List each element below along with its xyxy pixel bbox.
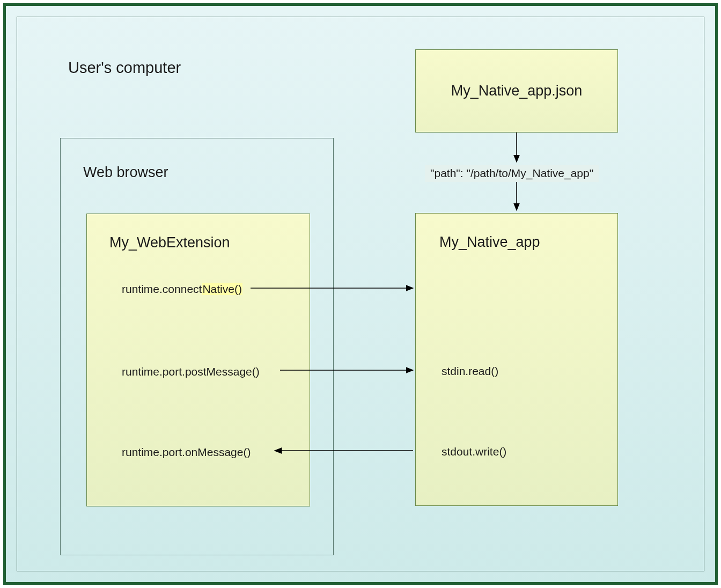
native-manifest-title: My_Native_app.json bbox=[451, 83, 583, 99]
users-computer-label: User's computer bbox=[68, 59, 181, 77]
api-post-message: runtime.port.postMessage() bbox=[122, 365, 260, 378]
native-manifest-box: My_Native_app.json bbox=[415, 49, 618, 133]
web-extension-title: My_WebExtension bbox=[109, 234, 230, 251]
api-on-message: runtime.port.onMessage() bbox=[122, 446, 251, 459]
api-connect-highlight: Native() bbox=[202, 283, 242, 295]
web-browser-box: Web browser My_WebExtension runtime.conn… bbox=[60, 138, 334, 555]
native-stdout-write: stdout.write() bbox=[442, 445, 506, 458]
users-computer-box: User's computer Web browser My_WebExtens… bbox=[17, 17, 704, 571]
web-extension-box: My_WebExtension runtime.connectNative() … bbox=[86, 214, 310, 506]
diagram-frame: User's computer Web browser My_WebExtens… bbox=[3, 3, 718, 585]
native-app-title: My_Native_app bbox=[439, 234, 540, 251]
manifest-path-entry: "path": "/path/to/My_Native_app" bbox=[425, 165, 599, 182]
native-stdin-read: stdin.read() bbox=[442, 365, 498, 378]
api-connect-native: runtime.connectNative() bbox=[122, 283, 242, 296]
web-browser-label: Web browser bbox=[83, 164, 168, 181]
native-app-box: My_Native_app stdin.read() stdout.write(… bbox=[415, 213, 618, 506]
api-connect-prefix: runtime.connect bbox=[122, 283, 202, 295]
